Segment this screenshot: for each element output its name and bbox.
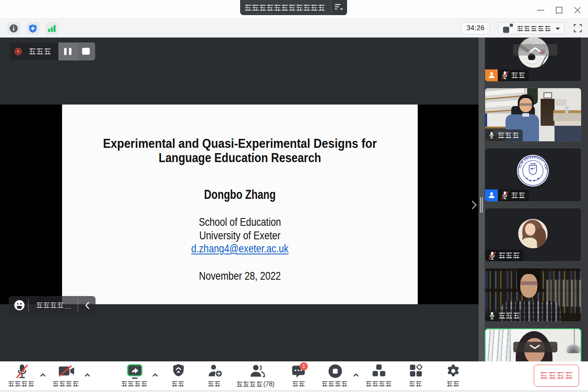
svg-text:1946: 1946: [530, 162, 536, 165]
